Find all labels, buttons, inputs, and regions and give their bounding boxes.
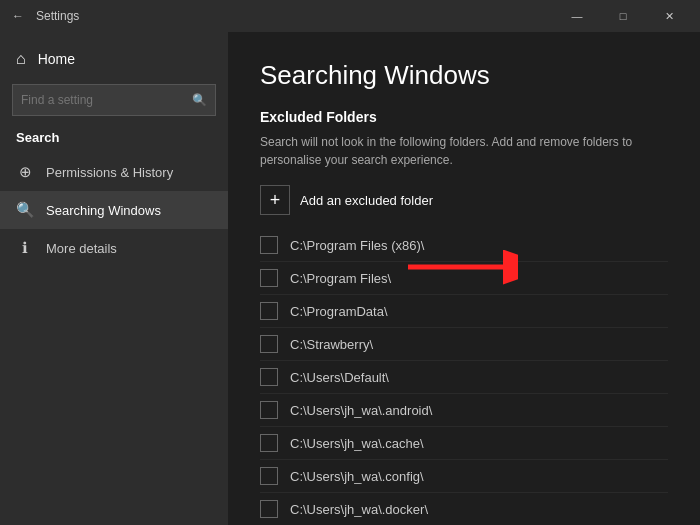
sidebar-item-permissions[interactable]: ⊕ Permissions & History bbox=[0, 153, 228, 191]
title-bar-title: Settings bbox=[36, 9, 79, 23]
add-folder-label: Add an excluded folder bbox=[300, 193, 433, 208]
add-folder-button[interactable]: + Add an excluded folder bbox=[260, 185, 668, 215]
folder-list-item[interactable]: C:\Strawberry\ bbox=[260, 328, 668, 361]
search-box[interactable]: 🔍 bbox=[12, 84, 216, 116]
folder-checkbox[interactable] bbox=[260, 467, 278, 485]
folder-list-item[interactable]: C:\Users\Default\ bbox=[260, 361, 668, 394]
folder-list-item[interactable]: C:\Program Files\ bbox=[260, 262, 668, 295]
minimize-button[interactable]: — bbox=[554, 0, 600, 32]
folder-list-item[interactable]: C:\Program Files (x86)\ bbox=[260, 229, 668, 262]
sidebar-item-more[interactable]: ℹ More details bbox=[0, 229, 228, 267]
sidebar: ⌂ Home 🔍 Search ⊕ Permissions & History … bbox=[0, 32, 228, 525]
sidebar-section-label: Search bbox=[0, 126, 228, 153]
folder-path-label: C:\Strawberry\ bbox=[290, 337, 373, 352]
folder-checkbox[interactable] bbox=[260, 368, 278, 386]
permissions-icon: ⊕ bbox=[16, 163, 34, 181]
folder-checkbox[interactable] bbox=[260, 236, 278, 254]
folder-path-label: C:\ProgramData\ bbox=[290, 304, 388, 319]
add-folder-plus-icon: + bbox=[260, 185, 290, 215]
folder-list-item[interactable]: C:\Users\jh_wa\.config\ bbox=[260, 460, 668, 493]
title-bar-controls: — □ ✕ bbox=[554, 0, 692, 32]
sidebar-item-searching[interactable]: 🔍 Searching Windows bbox=[0, 191, 228, 229]
folder-path-label: C:\Program Files (x86)\ bbox=[290, 238, 424, 253]
title-bar-left: ← Settings bbox=[8, 6, 79, 26]
folder-path-label: C:\Program Files\ bbox=[290, 271, 391, 286]
sidebar-item-more-label: More details bbox=[46, 241, 117, 256]
content-area: Searching Windows Excluded Folders Searc… bbox=[228, 32, 700, 525]
folder-checkbox[interactable] bbox=[260, 335, 278, 353]
close-button[interactable]: ✕ bbox=[646, 0, 692, 32]
folder-path-label: C:\Users\jh_wa\.docker\ bbox=[290, 502, 428, 517]
folder-list-item[interactable]: C:\Users\jh_wa\.android\ bbox=[260, 394, 668, 427]
more-details-icon: ℹ bbox=[16, 239, 34, 257]
searching-icon: 🔍 bbox=[16, 201, 34, 219]
sidebar-home-label: Home bbox=[38, 51, 75, 67]
search-input[interactable] bbox=[21, 93, 192, 107]
folder-path-label: C:\Users\Default\ bbox=[290, 370, 389, 385]
home-icon: ⌂ bbox=[16, 50, 26, 68]
folder-checkbox[interactable] bbox=[260, 269, 278, 287]
folder-path-label: C:\Users\jh_wa\.cache\ bbox=[290, 436, 424, 451]
folder-checkbox[interactable] bbox=[260, 434, 278, 452]
folder-checkbox[interactable] bbox=[260, 302, 278, 320]
sidebar-item-searching-label: Searching Windows bbox=[46, 203, 161, 218]
folder-list: C:\Program Files (x86)\C:\Program Files\… bbox=[260, 229, 668, 525]
title-bar: ← Settings — □ ✕ bbox=[0, 0, 700, 32]
sidebar-home-item[interactable]: ⌂ Home bbox=[0, 40, 228, 78]
section-title: Excluded Folders bbox=[260, 109, 668, 125]
section-description: Search will not look in the following fo… bbox=[260, 133, 640, 169]
page-title: Searching Windows bbox=[260, 60, 668, 91]
folder-path-label: C:\Users\jh_wa\.android\ bbox=[290, 403, 432, 418]
folder-list-item[interactable]: C:\Users\jh_wa\.docker\ bbox=[260, 493, 668, 525]
sidebar-item-permissions-label: Permissions & History bbox=[46, 165, 173, 180]
search-icon: 🔍 bbox=[192, 93, 207, 107]
folder-path-label: C:\Users\jh_wa\.config\ bbox=[290, 469, 424, 484]
back-button[interactable]: ← bbox=[8, 6, 28, 26]
folder-list-item[interactable]: C:\ProgramData\ bbox=[260, 295, 668, 328]
folder-checkbox[interactable] bbox=[260, 500, 278, 518]
main-container: ⌂ Home 🔍 Search ⊕ Permissions & History … bbox=[0, 32, 700, 525]
maximize-button[interactable]: □ bbox=[600, 0, 646, 32]
folder-checkbox[interactable] bbox=[260, 401, 278, 419]
folder-list-item[interactable]: C:\Users\jh_wa\.cache\ bbox=[260, 427, 668, 460]
